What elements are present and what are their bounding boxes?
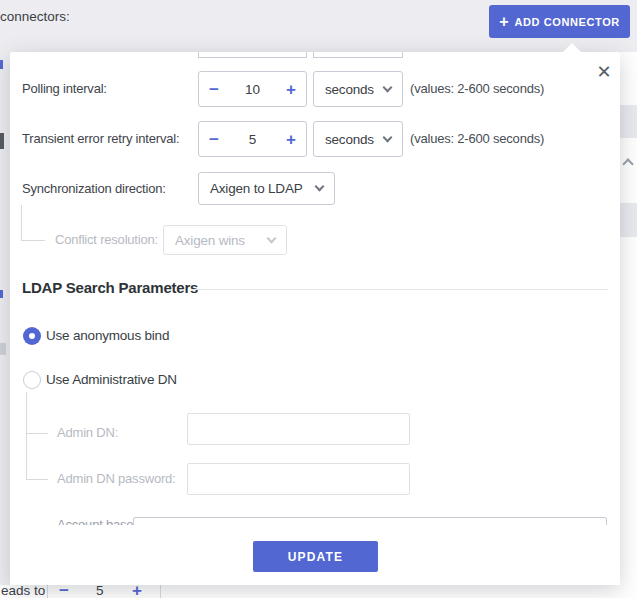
add-connector-label: ADD CONNECTOR — [514, 16, 619, 28]
radio-use-administrative-dn[interactable] — [23, 371, 41, 389]
polling-interval-stepper: − 10 + — [198, 71, 307, 107]
dialog-footer: UPDATE — [10, 525, 620, 585]
radio-use-anonymous-bind[interactable] — [23, 327, 41, 345]
admin-dn-password-input — [187, 463, 410, 495]
polling-interval-label: Polling interval: — [22, 79, 107, 99]
plus-icon: + — [499, 14, 508, 30]
background-fragment — [0, 343, 6, 355]
conflict-resolution-label: Conflict resolution: — [55, 230, 158, 250]
decrement-button[interactable]: − — [199, 81, 229, 98]
connectors-section-label: connectors: — [0, 9, 70, 24]
background-page-right-strip — [620, 52, 637, 598]
increment-button[interactable]: + — [276, 81, 306, 98]
retry-unit-select[interactable]: seconds — [313, 121, 403, 157]
tree-connector-line — [21, 240, 45, 241]
tree-connector-line — [26, 433, 48, 434]
sync-direction-value: Axigen to LDAP — [210, 181, 303, 196]
tree-connector-line — [26, 479, 48, 480]
section-divider — [192, 289, 608, 290]
stepper-border — [160, 585, 161, 598]
retry-interval-stepper: − 5 + — [198, 121, 307, 157]
admin-dn-input — [187, 413, 410, 445]
decrement-button[interactable]: − — [59, 585, 69, 598]
collapse-chevron-up-icon — [622, 158, 633, 169]
background-fragment — [0, 60, 3, 69]
background-fragment — [0, 290, 3, 298]
stepper-border — [47, 585, 48, 598]
sync-direction-select[interactable]: Axigen to LDAP — [198, 172, 335, 205]
retry-interval-value: 5 — [229, 132, 276, 147]
threads-stepper-value: 5 — [96, 585, 104, 598]
retry-interval-label: Transient error retry interval: — [22, 129, 179, 149]
retry-unit-value: seconds — [325, 132, 374, 147]
update-button[interactable]: UPDATE — [253, 541, 378, 572]
sync-direction-label: Synchronization direction: — [22, 179, 166, 199]
close-icon[interactable]: ✕ — [592, 60, 616, 84]
polling-interval-value: 10 — [229, 82, 276, 97]
tree-connector-line — [21, 205, 22, 241]
retry-interval-hint: (values: 2-600 seconds) — [410, 129, 544, 149]
chevron-down-icon — [315, 182, 325, 192]
connector-settings-dialog: ✕ Polling interval: − 10 + seconds (valu… — [10, 52, 620, 585]
add-connector-button[interactable]: + ADD CONNECTOR — [489, 5, 630, 38]
decrement-button[interactable]: − — [199, 131, 229, 148]
chevron-down-icon — [267, 233, 277, 243]
radio-use-administrative-dn-label: Use Administrative DN — [46, 370, 177, 390]
clipped-select-remnant — [313, 52, 403, 58]
clipped-stepper-remnant — [198, 52, 307, 58]
conflict-resolution-select: Axigen wins — [163, 225, 287, 255]
background-page-bottom-row: eads to − 5 + — [0, 585, 637, 598]
admin-dn-password-label: Admin DN password: — [57, 469, 176, 489]
chevron-down-icon — [383, 132, 393, 142]
background-panel-band — [620, 203, 637, 237]
increment-button[interactable]: + — [276, 131, 306, 148]
threads-to-label-partial: eads to — [1, 585, 45, 598]
background-panel-band — [620, 105, 637, 138]
background-fragment — [0, 133, 4, 149]
admin-dn-label: Admin DN: — [57, 423, 118, 443]
polling-interval-hint: (values: 2-600 seconds) — [410, 79, 544, 99]
polling-unit-value: seconds — [325, 82, 374, 97]
increment-button[interactable]: + — [132, 585, 142, 598]
chevron-down-icon — [383, 82, 393, 92]
polling-unit-select[interactable]: seconds — [313, 71, 403, 107]
radio-use-anonymous-bind-label: Use anonymous bind — [46, 326, 169, 346]
tree-connector-line — [26, 392, 27, 480]
ldap-search-parameters-title: LDAP Search Parameters — [22, 279, 198, 296]
conflict-resolution-value: Axigen wins — [175, 233, 245, 248]
